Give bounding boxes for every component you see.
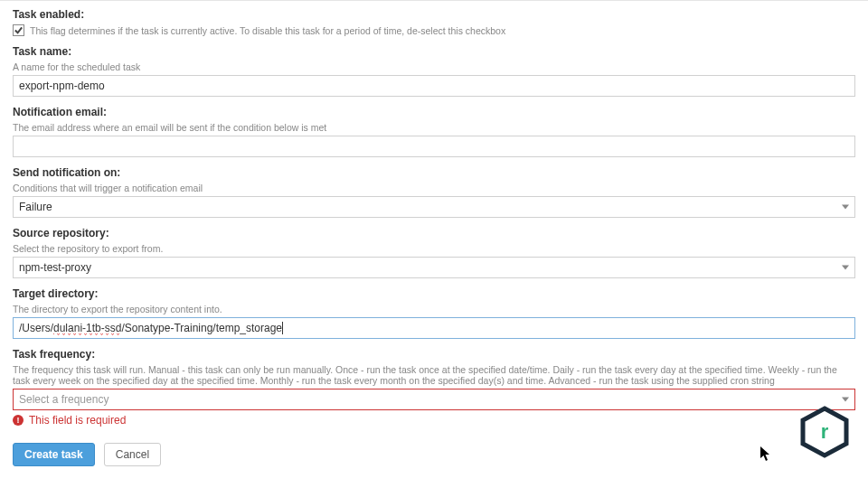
source-repository-label: Source repository: (13, 227, 855, 239)
task-frequency-placeholder: Select a frequency (19, 393, 108, 406)
source-repository-help: Select the repository to export from. (13, 243, 855, 254)
check-icon (14, 25, 24, 35)
task-frequency-field: Task frequency: The frequency this task … (13, 348, 855, 427)
chevron-down-icon (842, 398, 849, 402)
target-directory-value-squiggle: dulani-1tb-ssd (53, 322, 121, 335)
target-directory-label: Target directory: (13, 287, 855, 300)
task-name-field: Task name: A name for the scheduled task (13, 45, 855, 97)
task-name-help: A name for the scheduled task (13, 61, 855, 72)
chevron-down-icon (842, 205, 849, 210)
chevron-down-icon (842, 266, 849, 270)
send-notification-on-select[interactable]: Failure (13, 196, 855, 218)
notification-email-label: Notification email: (13, 106, 855, 118)
notification-email-input[interactable] (13, 136, 855, 157)
send-notification-on-field: Send notification on: Conditions that wi… (13, 166, 855, 218)
task-name-input[interactable] (13, 75, 855, 97)
source-repository-field: Source repository: Select the repository… (13, 227, 855, 278)
send-notification-on-label: Send notification on: (13, 166, 855, 179)
task-enabled-checkbox[interactable] (13, 24, 24, 36)
target-directory-value-suffix: /Sonatype-Training/temp_storage (121, 322, 282, 334)
target-directory-value-prefix: /Users/ (19, 322, 53, 334)
task-enabled-field: Task enabled: This flag determines if th… (13, 8, 855, 36)
mouse-cursor-icon (760, 446, 772, 462)
notification-email-help: The email address where an email will be… (13, 122, 855, 133)
task-name-label: Task name: (13, 45, 855, 58)
brand-logo-icon: r (797, 405, 852, 459)
task-frequency-help: The frequency this task will run. Manual… (13, 364, 855, 386)
task-enabled-help: This flag determines if the task is curr… (30, 25, 505, 36)
text-cursor-icon (282, 322, 283, 334)
target-directory-input[interactable]: /Users/dulani-1tb-ssd/Sonatype-Training/… (13, 317, 855, 339)
target-directory-field: Target directory: The directory to expor… (13, 287, 855, 339)
source-repository-select[interactable]: npm-test-proxy (13, 257, 855, 278)
send-notification-on-value: Failure (19, 201, 52, 213)
task-frequency-error: ! This field is required (13, 414, 855, 427)
create-task-button[interactable]: Create task (13, 443, 95, 466)
task-frequency-select[interactable]: Select a frequency (13, 389, 855, 410)
task-frequency-error-text: This field is required (29, 414, 126, 427)
send-notification-on-help: Conditions that will trigger a notificat… (13, 183, 855, 193)
cancel-button[interactable]: Cancel (104, 443, 161, 466)
notification-email-field: Notification email: The email address wh… (13, 106, 855, 157)
source-repository-value: npm-test-proxy (19, 261, 91, 274)
task-frequency-label: Task frequency: (13, 348, 855, 361)
task-enabled-label: Task enabled: (13, 8, 855, 21)
button-row: Create task Cancel (13, 443, 855, 466)
error-icon: ! (13, 415, 24, 426)
target-directory-help: The directory to export the repository c… (13, 304, 855, 314)
svg-text:r: r (821, 420, 829, 443)
